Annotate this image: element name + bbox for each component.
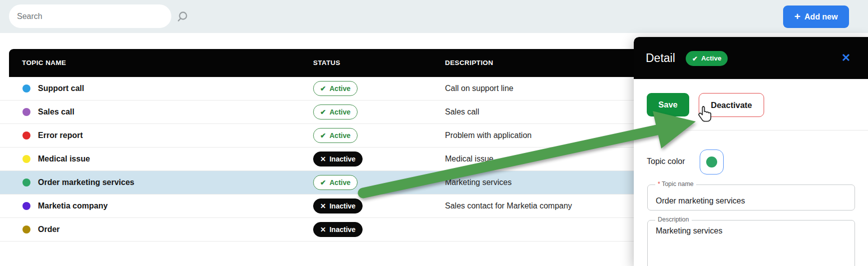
status-badge-label: Active xyxy=(330,85,351,92)
topic-color-label: Topic color xyxy=(647,157,685,166)
deactivate-button[interactable]: Deactivate xyxy=(699,93,764,117)
description-cell: Marketing services xyxy=(445,178,511,187)
description-field: Description Marketing services xyxy=(647,220,855,266)
topic-color-swatch-dot xyxy=(706,156,717,168)
status-badge-icon: ✔ xyxy=(320,85,326,92)
status-badge-label: Active xyxy=(330,179,351,186)
status-badge-icon: ✕ xyxy=(320,226,326,233)
status-badge-label: Inactive xyxy=(330,226,356,233)
search-input[interactable] xyxy=(9,4,171,28)
topic-color-dot xyxy=(22,155,30,163)
topic-name-cell: Error report xyxy=(38,131,83,140)
status-badge: ✔ Active xyxy=(313,128,358,143)
status-badge: ✕ Inactive xyxy=(313,198,363,214)
description-cell: Problem with application xyxy=(445,131,531,140)
description-cell: Sales contact for Marketia company xyxy=(445,202,572,210)
topic-name-cell: Sales call xyxy=(38,108,74,116)
detail-panel-header: Detail ✔ Active ✕ xyxy=(634,37,868,79)
status-badge-icon: ✔ xyxy=(320,132,326,139)
topic-color-dot xyxy=(22,108,30,116)
status-badge: ✕ Inactive xyxy=(313,152,363,166)
topic-color-dot xyxy=(22,202,30,210)
topic-color-dot xyxy=(22,84,30,92)
plus-icon: + xyxy=(795,11,801,22)
status-badge-label: Active xyxy=(330,108,351,116)
topic-name-field: *Topic name xyxy=(647,184,855,210)
topics-admin-screen: + Add new TOPIC NAME STATUS DESCRIPTION … xyxy=(0,0,868,266)
topic-name-cell: Medical issue xyxy=(38,154,90,164)
column-header-description: DESCRIPTION xyxy=(445,49,493,77)
topic-name-cell: Marketia company xyxy=(38,202,108,210)
description-cell: Medical issue xyxy=(445,154,493,164)
detail-status-badge: ✔ Active xyxy=(686,51,728,66)
status-badge: ✕ Inactive xyxy=(313,222,363,237)
topic-name-cell: Order xyxy=(38,225,60,234)
topic-name-cell: Order marketing services xyxy=(38,178,134,187)
status-badge-label: Active xyxy=(330,132,351,139)
column-header-topic-name: TOPIC NAME xyxy=(22,49,66,77)
save-button[interactable]: Save xyxy=(647,93,689,116)
status-badge-icon: ✔ xyxy=(320,179,326,186)
topic-color-dot xyxy=(22,132,30,140)
detail-status-badge-label: Active xyxy=(701,55,722,62)
add-new-label: Add new xyxy=(805,12,838,22)
close-icon[interactable]: ✕ xyxy=(839,51,853,65)
status-badge-icon: ✔ xyxy=(320,108,326,116)
status-badge: ✔ Active xyxy=(313,175,358,190)
description-cell: Sales call xyxy=(445,108,479,116)
check-icon: ✔ xyxy=(692,56,698,62)
status-badge-label: Inactive xyxy=(330,156,356,162)
description-input[interactable]: Marketing services xyxy=(648,220,855,266)
detail-panel: Detail ✔ Active ✕ Save Deactivate Topic … xyxy=(634,37,868,266)
panel-divider xyxy=(634,130,868,130)
top-bar: + Add new xyxy=(0,0,868,33)
column-header-status: STATUS xyxy=(313,49,340,77)
topic-color-dot xyxy=(22,226,30,234)
topic-color-dot xyxy=(22,178,30,186)
topic-name-cell: Support call xyxy=(38,84,84,93)
add-new-button[interactable]: + Add new xyxy=(783,6,849,28)
description-cell: Call on support line xyxy=(445,84,513,93)
status-badge-icon: ✕ xyxy=(320,156,326,162)
status-badge-label: Inactive xyxy=(330,202,356,210)
detail-panel-title: Detail xyxy=(646,37,675,79)
status-badge: ✔ Active xyxy=(313,104,358,120)
topic-name-input[interactable] xyxy=(648,185,855,210)
status-badge: ✔ Active xyxy=(313,81,358,96)
topic-color-swatch[interactable] xyxy=(700,150,724,174)
status-badge-icon: ✕ xyxy=(320,202,326,210)
search-icon[interactable] xyxy=(176,10,189,24)
